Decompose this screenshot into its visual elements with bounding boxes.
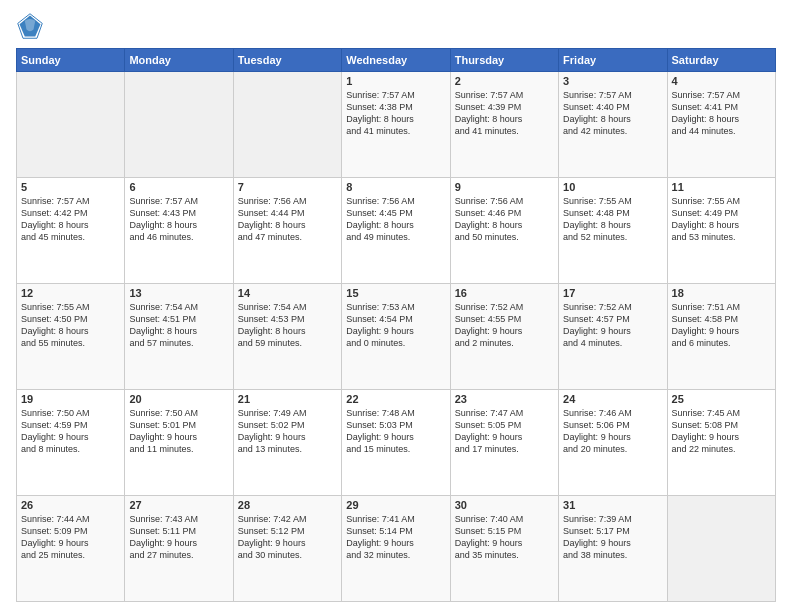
day-number: 18 — [672, 287, 771, 299]
day-info: Sunrise: 7:57 AMSunset: 4:41 PMDaylight:… — [672, 90, 741, 136]
day-number: 13 — [129, 287, 228, 299]
calendar-day-cell: 6Sunrise: 7:57 AMSunset: 4:43 PMDaylight… — [125, 178, 233, 284]
day-info: Sunrise: 7:56 AMSunset: 4:46 PMDaylight:… — [455, 196, 524, 242]
calendar-day-cell: 24Sunrise: 7:46 AMSunset: 5:06 PMDayligh… — [559, 390, 667, 496]
calendar-day-cell: 18Sunrise: 7:51 AMSunset: 4:58 PMDayligh… — [667, 284, 775, 390]
calendar-day-cell — [233, 72, 341, 178]
day-number: 12 — [21, 287, 120, 299]
calendar-day-cell: 12Sunrise: 7:55 AMSunset: 4:50 PMDayligh… — [17, 284, 125, 390]
logo — [16, 12, 48, 40]
day-number: 30 — [455, 499, 554, 511]
day-number: 4 — [672, 75, 771, 87]
day-info: Sunrise: 7:53 AMSunset: 4:54 PMDaylight:… — [346, 302, 415, 348]
calendar-day-cell: 23Sunrise: 7:47 AMSunset: 5:05 PMDayligh… — [450, 390, 558, 496]
calendar-table: SundayMondayTuesdayWednesdayThursdayFrid… — [16, 48, 776, 602]
day-info: Sunrise: 7:42 AMSunset: 5:12 PMDaylight:… — [238, 514, 307, 560]
weekday-header: Wednesday — [342, 49, 450, 72]
day-info: Sunrise: 7:50 AMSunset: 5:01 PMDaylight:… — [129, 408, 198, 454]
day-number: 28 — [238, 499, 337, 511]
weekday-header: Saturday — [667, 49, 775, 72]
day-number: 10 — [563, 181, 662, 193]
day-info: Sunrise: 7:47 AMSunset: 5:05 PMDaylight:… — [455, 408, 524, 454]
calendar-week-row: 12Sunrise: 7:55 AMSunset: 4:50 PMDayligh… — [17, 284, 776, 390]
calendar-header: SundayMondayTuesdayWednesdayThursdayFrid… — [17, 49, 776, 72]
day-info: Sunrise: 7:54 AMSunset: 4:53 PMDaylight:… — [238, 302, 307, 348]
day-info: Sunrise: 7:57 AMSunset: 4:43 PMDaylight:… — [129, 196, 198, 242]
day-info: Sunrise: 7:55 AMSunset: 4:48 PMDaylight:… — [563, 196, 632, 242]
calendar-day-cell: 27Sunrise: 7:43 AMSunset: 5:11 PMDayligh… — [125, 496, 233, 602]
calendar-body: 1Sunrise: 7:57 AMSunset: 4:38 PMDaylight… — [17, 72, 776, 602]
day-number: 3 — [563, 75, 662, 87]
logo-icon — [16, 12, 44, 40]
day-number: 15 — [346, 287, 445, 299]
calendar-day-cell: 2Sunrise: 7:57 AMSunset: 4:39 PMDaylight… — [450, 72, 558, 178]
calendar-week-row: 19Sunrise: 7:50 AMSunset: 4:59 PMDayligh… — [17, 390, 776, 496]
day-info: Sunrise: 7:44 AMSunset: 5:09 PMDaylight:… — [21, 514, 90, 560]
day-number: 20 — [129, 393, 228, 405]
calendar-day-cell: 20Sunrise: 7:50 AMSunset: 5:01 PMDayligh… — [125, 390, 233, 496]
calendar-day-cell: 15Sunrise: 7:53 AMSunset: 4:54 PMDayligh… — [342, 284, 450, 390]
calendar-day-cell: 31Sunrise: 7:39 AMSunset: 5:17 PMDayligh… — [559, 496, 667, 602]
day-info: Sunrise: 7:52 AMSunset: 4:55 PMDaylight:… — [455, 302, 524, 348]
calendar-day-cell — [17, 72, 125, 178]
day-info: Sunrise: 7:48 AMSunset: 5:03 PMDaylight:… — [346, 408, 415, 454]
calendar-day-cell: 9Sunrise: 7:56 AMSunset: 4:46 PMDaylight… — [450, 178, 558, 284]
day-info: Sunrise: 7:40 AMSunset: 5:15 PMDaylight:… — [455, 514, 524, 560]
day-number: 8 — [346, 181, 445, 193]
day-number: 22 — [346, 393, 445, 405]
day-number: 9 — [455, 181, 554, 193]
calendar-day-cell: 21Sunrise: 7:49 AMSunset: 5:02 PMDayligh… — [233, 390, 341, 496]
header — [16, 12, 776, 40]
day-info: Sunrise: 7:39 AMSunset: 5:17 PMDaylight:… — [563, 514, 632, 560]
calendar-day-cell: 26Sunrise: 7:44 AMSunset: 5:09 PMDayligh… — [17, 496, 125, 602]
day-info: Sunrise: 7:52 AMSunset: 4:57 PMDaylight:… — [563, 302, 632, 348]
day-info: Sunrise: 7:43 AMSunset: 5:11 PMDaylight:… — [129, 514, 198, 560]
day-number: 16 — [455, 287, 554, 299]
page: SundayMondayTuesdayWednesdayThursdayFrid… — [0, 0, 792, 612]
weekday-header: Friday — [559, 49, 667, 72]
day-number: 11 — [672, 181, 771, 193]
day-number: 27 — [129, 499, 228, 511]
day-info: Sunrise: 7:57 AMSunset: 4:42 PMDaylight:… — [21, 196, 90, 242]
day-number: 19 — [21, 393, 120, 405]
weekday-row: SundayMondayTuesdayWednesdayThursdayFrid… — [17, 49, 776, 72]
day-number: 24 — [563, 393, 662, 405]
calendar-day-cell: 22Sunrise: 7:48 AMSunset: 5:03 PMDayligh… — [342, 390, 450, 496]
day-info: Sunrise: 7:56 AMSunset: 4:45 PMDaylight:… — [346, 196, 415, 242]
day-number: 5 — [21, 181, 120, 193]
day-info: Sunrise: 7:41 AMSunset: 5:14 PMDaylight:… — [346, 514, 415, 560]
calendar-day-cell: 17Sunrise: 7:52 AMSunset: 4:57 PMDayligh… — [559, 284, 667, 390]
calendar-day-cell: 5Sunrise: 7:57 AMSunset: 4:42 PMDaylight… — [17, 178, 125, 284]
day-info: Sunrise: 7:56 AMSunset: 4:44 PMDaylight:… — [238, 196, 307, 242]
weekday-header: Thursday — [450, 49, 558, 72]
calendar-day-cell: 28Sunrise: 7:42 AMSunset: 5:12 PMDayligh… — [233, 496, 341, 602]
day-info: Sunrise: 7:50 AMSunset: 4:59 PMDaylight:… — [21, 408, 90, 454]
day-number: 25 — [672, 393, 771, 405]
day-number: 2 — [455, 75, 554, 87]
day-number: 23 — [455, 393, 554, 405]
calendar-week-row: 5Sunrise: 7:57 AMSunset: 4:42 PMDaylight… — [17, 178, 776, 284]
calendar-day-cell: 4Sunrise: 7:57 AMSunset: 4:41 PMDaylight… — [667, 72, 775, 178]
day-number: 7 — [238, 181, 337, 193]
weekday-header: Sunday — [17, 49, 125, 72]
calendar-day-cell: 11Sunrise: 7:55 AMSunset: 4:49 PMDayligh… — [667, 178, 775, 284]
calendar-day-cell: 19Sunrise: 7:50 AMSunset: 4:59 PMDayligh… — [17, 390, 125, 496]
calendar-day-cell: 1Sunrise: 7:57 AMSunset: 4:38 PMDaylight… — [342, 72, 450, 178]
day-number: 26 — [21, 499, 120, 511]
day-number: 6 — [129, 181, 228, 193]
day-number: 31 — [563, 499, 662, 511]
weekday-header: Tuesday — [233, 49, 341, 72]
day-number: 1 — [346, 75, 445, 87]
calendar-week-row: 1Sunrise: 7:57 AMSunset: 4:38 PMDaylight… — [17, 72, 776, 178]
day-info: Sunrise: 7:45 AMSunset: 5:08 PMDaylight:… — [672, 408, 741, 454]
day-info: Sunrise: 7:57 AMSunset: 4:38 PMDaylight:… — [346, 90, 415, 136]
calendar-week-row: 26Sunrise: 7:44 AMSunset: 5:09 PMDayligh… — [17, 496, 776, 602]
calendar-day-cell: 14Sunrise: 7:54 AMSunset: 4:53 PMDayligh… — [233, 284, 341, 390]
weekday-header: Monday — [125, 49, 233, 72]
calendar-day-cell: 25Sunrise: 7:45 AMSunset: 5:08 PMDayligh… — [667, 390, 775, 496]
calendar-day-cell: 10Sunrise: 7:55 AMSunset: 4:48 PMDayligh… — [559, 178, 667, 284]
day-info: Sunrise: 7:55 AMSunset: 4:49 PMDaylight:… — [672, 196, 741, 242]
calendar-day-cell: 3Sunrise: 7:57 AMSunset: 4:40 PMDaylight… — [559, 72, 667, 178]
calendar-day-cell — [125, 72, 233, 178]
day-info: Sunrise: 7:46 AMSunset: 5:06 PMDaylight:… — [563, 408, 632, 454]
